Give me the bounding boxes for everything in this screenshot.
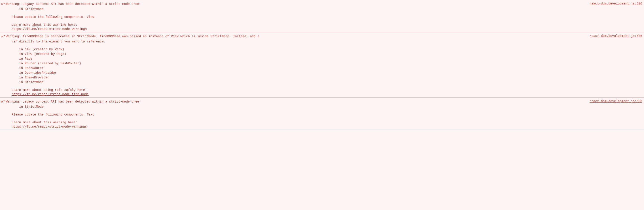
warning-main-content-3: Warning: Legacy context API has been det… [6, 99, 642, 104]
warning-stack-2: in div (created by View) in View (create… [0, 47, 644, 85]
warning-sub-text-2-0: Learn more about using refs safely here: [12, 88, 87, 92]
console-container: ⊗ ▶ Warning: Legacy context API has been… [0, 0, 644, 210]
warning-block-1: ⊗ ▶ Warning: Legacy context API has been… [0, 0, 644, 32]
warning-sub-text-1-1: Learn more about this warning here: [12, 23, 77, 26]
warning-main-content-1: Warning: Legacy context API has been det… [6, 2, 642, 6]
warning-sub-3-0: Please update the following components: … [0, 112, 644, 117]
warning-stack-line-3-0: in StrictMode [12, 105, 44, 109]
error-icon-2[interactable]: ⊗ [1, 35, 3, 38]
warning-stack-3: in StrictMode [0, 105, 644, 109]
warning-sub-1-0: Please update the following components: … [0, 15, 644, 19]
warning-stack-1: in StrictMode [0, 7, 644, 12]
warning-block-3: ⊗ ▶ Warning: Legacy context API has been… [0, 98, 644, 130]
file-link-2[interactable]: react-dom.development.js:506 [585, 34, 642, 38]
stack-line-2-0: in div (created by View) [12, 48, 64, 51]
collapse-triangle-2[interactable]: ▶ [4, 34, 5, 37]
warning-link-1-1: https://fb.me/react-strict-mode-warnings [0, 27, 644, 31]
stack-line-2-3: in Router (created by HashRouter) [12, 62, 81, 65]
spacer [0, 44, 644, 47]
stack-line-2-5: in OverridesProvider [12, 71, 57, 75]
stack-line-2-2: in Page [12, 57, 32, 60]
warning-stack-line-1-0: in StrictMode [12, 7, 44, 11]
warning-main-row-2: ⊗ ▶ Warning: findDOMNode is deprecated i… [0, 34, 644, 39]
warning-main-content-2: Warning: findDOMNode is deprecated in St… [6, 34, 642, 39]
spacer [0, 19, 644, 22]
warning-continued-2: ref directly to the element you want to … [0, 39, 644, 44]
spacer [0, 117, 644, 120]
warning-text-continued-2: ref directly to the element you want to … [12, 40, 106, 43]
warning-text-3: Warning: Legacy context API has been det… [6, 99, 585, 104]
collapse-triangle-3[interactable]: ▶ [4, 99, 5, 102]
spacer [0, 85, 644, 88]
stack-line-2-6: in ThemeProvider [12, 76, 49, 79]
file-link-1[interactable]: react-dom.development.js:506 [585, 2, 642, 5]
warning-text-2: Warning: findDOMNode is deprecated in St… [6, 34, 585, 39]
warning-sub-1-1: Learn more about this warning here: [0, 22, 644, 27]
error-icon-3[interactable]: ⊗ [1, 100, 3, 104]
warning-link-anchor-2-0[interactable]: https://fb.me/react-strict-mode-find-nod… [12, 92, 88, 96]
file-link-3[interactable]: react-dom.development.js:506 [585, 99, 642, 103]
warning-link-anchor-1-1[interactable]: https://fb.me/react-strict-mode-warnings [12, 27, 87, 31]
warning-block-2: ⊗ ▶ Warning: findDOMNode is deprecated i… [0, 32, 644, 98]
spacer [0, 12, 644, 15]
warning-link-anchor-3-1[interactable]: https://fb.me/react-strict-mode-warnings [12, 125, 87, 128]
warning-sub-2-0: Learn more about using refs safely here: [0, 88, 644, 92]
stack-line-2-4: in HashRouter [12, 66, 44, 70]
stack-line-2-1: in View (created by Page) [12, 52, 66, 56]
spacer [0, 109, 644, 112]
warning-text-1: Warning: Legacy context API has been det… [6, 2, 585, 6]
warning-main-row-1: ⊗ ▶ Warning: Legacy context API has been… [0, 1, 644, 7]
warning-sub-text-3-1: Learn more about this warning here: [12, 121, 77, 124]
collapse-triangle-1[interactable]: ▶ [4, 2, 5, 4]
warning-link-3-1: https://fb.me/react-strict-mode-warnings [0, 125, 644, 128]
warning-main-row-3: ⊗ ▶ Warning: Legacy context API has been… [0, 99, 644, 105]
warning-link-2-0: https://fb.me/react-strict-mode-find-nod… [0, 92, 644, 96]
warning-sub-text-3-0: Please update the following components: … [12, 113, 94, 116]
error-icon-1[interactable]: ⊗ [1, 2, 3, 6]
warning-sub-text-1-0: Please update the following components: … [12, 15, 94, 19]
warning-sub-3-1: Learn more about this warning here: [0, 120, 644, 125]
stack-line-2-7: in StrictMode [12, 80, 44, 84]
